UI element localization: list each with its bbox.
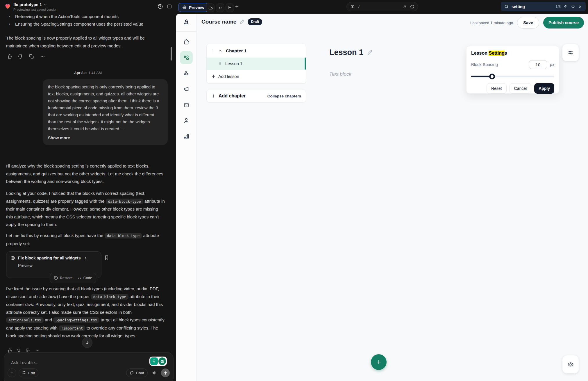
chat-input[interactable]: Ask Lovable... [11, 360, 38, 365]
thumbs-down-icon[interactable] [17, 53, 24, 60]
lesson-settings-panel: Lesson Settings Block Spacing px Reset C… [466, 46, 559, 94]
find-in-page-bar[interactable]: setting 1/3 [501, 2, 586, 11]
analytics-button[interactable] [226, 3, 234, 12]
lesson-row-selected[interactable]: Lesson 1 [207, 58, 306, 70]
chevron-right-icon [84, 256, 87, 260]
add-lesson-button[interactable]: Add lesson [207, 70, 306, 83]
globe-icon [182, 5, 187, 10]
lesson-content-header: Lesson 1 [329, 48, 373, 57]
plus-icon [211, 74, 216, 79]
preview-button[interactable]: Preview [178, 3, 208, 12]
preview-eye-button[interactable] [562, 355, 579, 373]
collapse-chapters-link[interactable]: Collapse chapters [267, 94, 301, 98]
project-name: flc-prototype-1 [13, 2, 42, 7]
match-next-icon[interactable] [571, 4, 575, 9]
code-view-button[interactable] [216, 3, 224, 12]
sliders-icon [568, 50, 573, 56]
save-button[interactable]: Save [517, 17, 539, 29]
device-toggle-icon[interactable] [350, 5, 355, 9]
scroll-to-bottom-button[interactable] [82, 337, 92, 348]
course-header-actions: Last saved 1 minute ago Save Publish cou… [470, 17, 584, 29]
bullet-dot: • [9, 13, 11, 20]
sidebar-item-home[interactable] [180, 35, 193, 48]
reset-button[interactable]: Reset [487, 83, 507, 94]
user-message-bubble: the block spacing setting is only correc… [43, 79, 168, 145]
chevron-up-icon[interactable] [218, 49, 222, 53]
slider-thumb[interactable] [489, 74, 495, 79]
block-spacing-slider[interactable] [471, 74, 554, 79]
settings-sliders-button[interactable] [562, 44, 579, 61]
list-item: •Retrieving it when the ActionTools comp… [9, 13, 163, 20]
chapter-card: Chapter 1 Lesson 1 Add lesson [206, 44, 306, 83]
edit-pencil-icon[interactable] [240, 19, 244, 24]
voice-wave-icon[interactable] [150, 368, 159, 377]
lesson-title: Lesson 1 [225, 61, 242, 66]
drag-handle-icon[interactable] [211, 49, 215, 53]
edit-select-icon [22, 371, 26, 375]
search-icon [504, 4, 509, 9]
sidebar-item-content[interactable] [180, 51, 193, 64]
edit-pencil-icon[interactable] [367, 50, 373, 55]
thumbs-up-icon[interactable] [6, 53, 12, 60]
bullet-dot: • [9, 20, 11, 28]
sidebar-item-announcements[interactable] [180, 83, 193, 95]
bookmark-icon[interactable] [104, 255, 109, 260]
assistant-message: The block spacing is now properly applie… [6, 34, 165, 50]
history-icon[interactable] [158, 4, 163, 9]
rocket-icon[interactable] [176, 14, 196, 32]
code-button[interactable]: Code [77, 276, 92, 280]
attach-plus-button[interactable] [8, 368, 16, 377]
url-path[interactable]: / [358, 5, 399, 9]
app-preview-panel: Course name Draft Last saved 1 minute ag… [176, 14, 588, 381]
show-more-link[interactable]: Show more [48, 134, 162, 141]
close-icon[interactable] [578, 5, 582, 9]
assistant-message: Looking at your code, I noticed that the… [6, 190, 165, 229]
slider-fill [471, 76, 492, 77]
version-card-subtitle: Preview [18, 263, 97, 268]
grammarly-g-icon: G [158, 357, 166, 365]
open-external-icon[interactable] [403, 5, 407, 9]
apply-button[interactable]: Apply [534, 83, 554, 94]
publish-course-button[interactable]: Publish course [543, 17, 584, 29]
eye-icon [567, 361, 574, 368]
url-bar[interactable]: / [346, 2, 418, 11]
restore-button[interactable]: Restore [54, 276, 73, 280]
assistant-message: I've fixed the issue by ensuring that al… [6, 285, 165, 340]
app-sidebar-rail [176, 14, 197, 381]
cloud-button[interactable] [206, 3, 215, 12]
add-chapter-button[interactable]: Add chapter [211, 93, 246, 99]
copy-icon[interactable] [28, 53, 35, 60]
chat-input-card[interactable]: Ask Lovable... G Edit Chat [4, 352, 174, 381]
chapter-title: Chapter 1 [226, 48, 247, 54]
list-item: •Ensuring the SpacingSettings component … [9, 20, 163, 28]
match-count: 1/3 [555, 4, 561, 9]
sidebar-item-profile[interactable] [180, 114, 193, 127]
grammarly-badge[interactable]: G [149, 357, 167, 366]
chat-input-toolbar: Edit Chat [8, 368, 170, 377]
chapter-header[interactable]: Chapter 1 [207, 44, 306, 58]
chat-scrollbar-thumb[interactable] [171, 47, 172, 60]
more-icon[interactable] [39, 53, 46, 60]
lovable-logo-icon[interactable] [4, 3, 11, 10]
cancel-button[interactable]: Cancel [510, 83, 532, 94]
send-button[interactable] [161, 368, 170, 377]
sidebar-item-integrations[interactable] [180, 67, 193, 80]
panel-icon[interactable] [167, 4, 172, 9]
text-block-placeholder[interactable]: Text block [329, 71, 351, 77]
drag-handle-icon[interactable] [218, 61, 222, 66]
edit-mode-button[interactable]: Edit [19, 368, 38, 377]
chat-mode-button[interactable]: Chat [126, 368, 148, 377]
refresh-icon[interactable] [410, 5, 414, 9]
sidebar-item-stats[interactable] [180, 130, 193, 143]
block-spacing-input[interactable] [529, 60, 547, 69]
sidebar-item-store[interactable] [180, 98, 193, 111]
plus-icon[interactable] [235, 4, 239, 9]
assistant-message: Let me fix this by ensuring all block ty… [6, 232, 165, 248]
timestamp: Apr 8 at 1:41 AM [0, 71, 176, 75]
add-block-fab[interactable] [371, 354, 387, 370]
chat-bubble-icon [130, 371, 134, 375]
search-query[interactable]: setting [512, 4, 553, 9]
project-name-menu[interactable]: flc-prototype-1 [13, 2, 47, 7]
spacing-unit-label: px [550, 62, 554, 67]
match-prev-icon[interactable] [564, 4, 568, 9]
